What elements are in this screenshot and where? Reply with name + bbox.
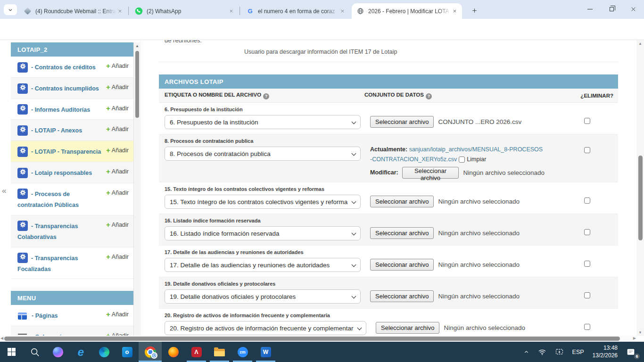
- item17-help-text: Usuario para descargar información del I…: [244, 49, 618, 55]
- sidebar-item-label[interactable]: - Páginas: [32, 313, 58, 319]
- sidebar-item-label[interactable]: - Informes Auditorías: [31, 106, 90, 113]
- tab-search-button[interactable]: [4, 4, 17, 15]
- select-file-button[interactable]: Seleccionar archivo: [370, 290, 434, 302]
- gear-icon: [17, 125, 28, 136]
- sidebar-item-label[interactable]: - LOTAIP - Anexos: [31, 127, 82, 134]
- delete-checkbox[interactable]: [584, 292, 590, 298]
- item-type-select[interactable]: 15. Texto íntegro de los contratos colec…: [165, 195, 361, 209]
- add-link[interactable]: +Añadir: [106, 61, 129, 71]
- word-button[interactable]: W: [254, 342, 277, 362]
- add-link[interactable]: +Añadir: [106, 220, 129, 230]
- scrollbar-thumb[interactable]: [4, 337, 620, 341]
- clear-checkbox[interactable]: [459, 156, 465, 163]
- copilot-button[interactable]: [46, 342, 69, 362]
- help-icon[interactable]: ?: [426, 93, 432, 99]
- window-minimize-button[interactable]: [579, 0, 601, 18]
- table-column-headers: ETIQUETA O NOMBRE DEL ARCHIVO? CONJUNTO …: [159, 89, 618, 103]
- select-file-button[interactable]: Seleccionar archivo: [370, 116, 434, 128]
- add-link[interactable]: +Añadir: [106, 252, 129, 262]
- delete-checkbox[interactable]: [584, 261, 590, 267]
- item-type-select[interactable]: 8. Procesos de contratación publica: [165, 147, 361, 161]
- add-link[interactable]: +Añadir: [106, 309, 129, 320]
- tab-close-icon[interactable]: [227, 8, 235, 15]
- folder-icon: [214, 349, 225, 356]
- sidebar-item-label[interactable]: - Contratos incumplidos: [31, 85, 99, 91]
- scroll-up-arrow[interactable]: ▲: [134, 44, 140, 48]
- sidebar-item-paginas[interactable]: +Añadir - Páginas: [11, 305, 133, 326]
- sidebar-item-transparencias-colaborativas[interactable]: +Añadir - Transparencias Colaborativas: [11, 215, 133, 247]
- delete-checkbox[interactable]: [584, 147, 590, 153]
- delete-checkbox[interactable]: [584, 118, 590, 124]
- scroll-left-arrow[interactable]: ◀: [0, 336, 3, 340]
- wifi-indicator[interactable]: [534, 342, 551, 362]
- item-type-select[interactable]: 6. Presupuesto de la institución: [165, 115, 361, 129]
- module-title: ARCHIVOS LOTAIP: [159, 74, 618, 89]
- notification-center-button[interactable]: 6: [622, 342, 641, 362]
- edge-button[interactable]: [92, 342, 116, 362]
- firefox-button[interactable]: [162, 342, 185, 362]
- scrollbar-thumb[interactable]: [135, 51, 139, 118]
- taskbar-search-button[interactable]: [23, 342, 46, 362]
- delete-checkbox[interactable]: [584, 324, 590, 330]
- sidebar-item-transparencias-focalizadas[interactable]: +Añadir - Transparencias Focalizadas: [11, 247, 133, 280]
- tab-active-lotaip[interactable]: 2026 - Febrero | Modificar LOTA: [352, 3, 462, 19]
- select-file-button[interactable]: Seleccionar archivo: [376, 322, 439, 334]
- zoom-button[interactable]: zm: [231, 342, 254, 362]
- sidebar-item-lotaip-transparencia-selected[interactable]: +Añadir - LOTAIP - Transparencia: [11, 141, 133, 162]
- window-restore-button[interactable]: [601, 0, 622, 18]
- sidebar-item-procesos-contratacion[interactable]: +Añadir - Procesos de contratación Públi…: [11, 183, 133, 215]
- sidebar-item-lotaip-responsables[interactable]: +Añadir - Lotaip responsables: [11, 162, 133, 183]
- connect-display-button[interactable]: [551, 342, 568, 362]
- page-vertical-scrollbar[interactable]: ▲ ▼: [636, 40, 644, 336]
- delete-checkbox[interactable]: [584, 197, 590, 204]
- select-file-button[interactable]: Seleccionar archivo: [402, 167, 459, 179]
- window-close-button[interactable]: [622, 0, 644, 18]
- add-link[interactable]: +Añadir: [106, 82, 129, 92]
- help-icon[interactable]: ?: [263, 93, 269, 99]
- sidebar-item-label[interactable]: - Contratos de créditos: [31, 64, 96, 71]
- scrollbar-thumb[interactable]: [638, 156, 643, 240]
- clock[interactable]: 13:4813/2/2026: [588, 342, 622, 362]
- file-explorer-button[interactable]: [208, 342, 231, 362]
- add-link[interactable]: +Añadir: [106, 166, 129, 177]
- page-horizontal-scrollbar[interactable]: ◀ ▶: [0, 336, 636, 342]
- tray-expand-button[interactable]: [519, 342, 534, 362]
- sidebar-item-contratos-creditos[interactable]: +Añadir - Contratos de créditos: [11, 57, 133, 78]
- tab-roundcube[interactable]: (4) Roundcube Webmail :: Entra: [19, 3, 127, 19]
- item-type-select[interactable]: 17. Detalle de las audiencias y reunione…: [165, 258, 361, 272]
- sidebar-item-label[interactable]: - Lotaip responsables: [31, 170, 92, 176]
- outlook-button[interactable]: o: [116, 342, 139, 362]
- acrobat-button[interactable]: Λ: [185, 342, 208, 362]
- item-type-select[interactable]: 16. Listado índice formación reservada: [165, 226, 361, 240]
- new-tab-button[interactable]: [469, 5, 480, 16]
- add-link[interactable]: +Añadir: [106, 124, 129, 134]
- sidebar-item-informes-auditorias[interactable]: +Añadir - Informes Auditorías: [11, 99, 133, 120]
- item-type-select[interactable]: 20. Registro de activos de información f…: [165, 321, 366, 335]
- tab-close-icon[interactable]: [339, 8, 346, 15]
- internet-explorer-button[interactable]: e: [69, 342, 92, 362]
- start-button[interactable]: [0, 342, 23, 362]
- add-link[interactable]: +Añadir: [106, 103, 129, 114]
- sidebar-scrollbar[interactable]: ▲: [133, 42, 140, 338]
- tab-close-icon[interactable]: [116, 8, 124, 15]
- tab-google-search[interactable]: G el numero 4 en forma de coraz: [241, 3, 350, 19]
- item-type-select[interactable]: 19. Detalle donativos oficiales y protoc…: [165, 289, 361, 304]
- select-file-button[interactable]: Seleccionar archivo: [370, 196, 434, 207]
- scroll-right-arrow[interactable]: ▶: [633, 336, 636, 340]
- scroll-up-arrow[interactable]: ▲: [636, 41, 644, 46]
- language-indicator[interactable]: ESP: [568, 342, 588, 362]
- select-file-button[interactable]: Seleccionar archivo: [370, 227, 434, 239]
- delete-checkbox[interactable]: [584, 229, 590, 235]
- chrome-button-active[interactable]: [139, 342, 162, 362]
- wifi-icon: [538, 348, 546, 356]
- sidebar-collapse-control[interactable]: «: [2, 186, 6, 196]
- tab-close-icon[interactable]: [451, 8, 458, 15]
- add-link[interactable]: +Añadir: [106, 188, 129, 198]
- scroll-down-arrow[interactable]: ▼: [636, 330, 644, 335]
- select-file-button[interactable]: Seleccionar archivo: [370, 259, 434, 271]
- sidebar-item-label[interactable]: - LOTAIP - Transparencia: [31, 148, 101, 155]
- tab-whatsapp[interactable]: (2) WhatsApp: [130, 3, 239, 19]
- add-link[interactable]: +Añadir: [106, 145, 129, 156]
- sidebar-item-contratos-incumplidos[interactable]: +Añadir - Contratos incumplidos: [11, 78, 133, 99]
- sidebar-item-lotaip-anexos[interactable]: +Añadir - LOTAIP - Anexos: [11, 120, 133, 141]
